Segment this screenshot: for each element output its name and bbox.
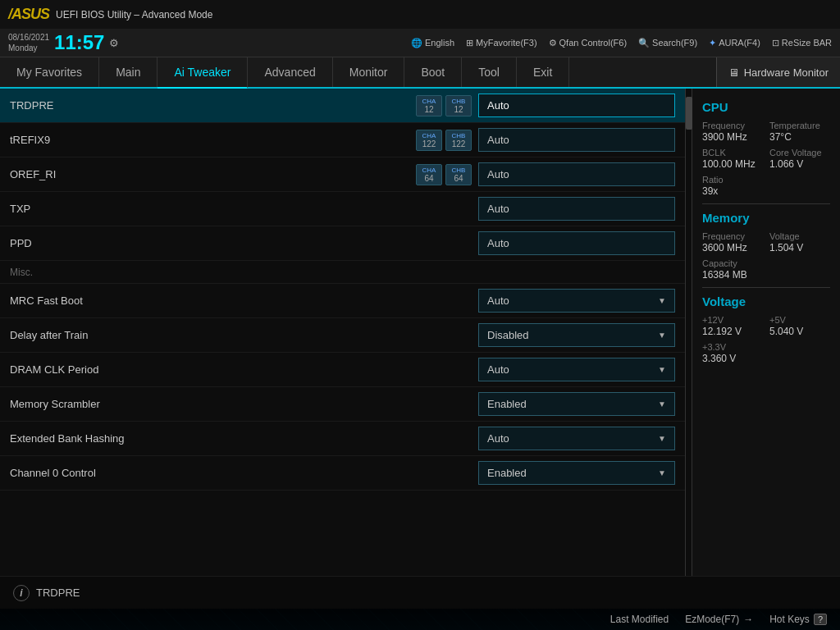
extended-bank-hashing-label: Extended Bank Hashing — [10, 432, 478, 445]
mem-voltage-block: Voltage 1.504 V — [769, 231, 830, 253]
trefix9-value[interactable]: Auto — [478, 128, 675, 152]
scrollbar[interactable] — [686, 89, 692, 576]
ppd-value[interactable]: Auto — [478, 231, 675, 255]
v12-block: +12V 12.192 V — [702, 315, 763, 337]
resize-toolbar-item[interactable]: ⊡ ReSize BAR — [772, 38, 832, 48]
setting-row-extended-bank-hashing[interactable]: Extended Bank Hashing Auto ▼ — [0, 422, 685, 456]
cpu-frequency-block: Frequency 3900 MHz — [702, 121, 763, 143]
dropdown-arrow-icon6: ▼ — [658, 468, 666, 477]
setting-row-txp[interactable]: TXP Auto — [0, 192, 685, 226]
monitor-icon: 🖥 — [728, 66, 739, 79]
cpu-core-voltage-block: Core Voltage 1.066 V — [769, 148, 830, 170]
ez-mode-btn[interactable]: EzMode(F7) → — [685, 614, 753, 625]
ppd-label: PPD — [10, 237, 478, 249]
txp-value[interactable]: Auto — [478, 197, 675, 221]
memory-divider — [702, 287, 830, 288]
mem-freq-block: Frequency 3600 MHz — [702, 231, 763, 253]
tab-my-favorites[interactable]: My Favorites — [0, 57, 99, 87]
tab-advanced[interactable]: Advanced — [248, 57, 332, 87]
v33-label: +3.3V — [702, 342, 830, 352]
trdpre-value[interactable]: Auto — [478, 94, 675, 117]
tab-ai-tweaker[interactable]: Ai Tweaker — [158, 57, 248, 89]
delay-after-train-select[interactable]: Disabled ▼ — [478, 323, 675, 347]
cpu-temp-label: Temperature — [769, 121, 830, 130]
logo-area: /ASUS UEFI BIOS Utility – Advanced Mode — [0, 6, 221, 23]
channel-0-control-label: Channel 0 Control — [10, 467, 478, 479]
setting-row-mrc-fast-boot[interactable]: MRC Fast Boot Auto ▼ — [0, 284, 685, 318]
oref-ri-value[interactable]: Auto — [478, 162, 675, 186]
oref-ri-chb-badge: CHB 64 — [445, 164, 472, 185]
trefix9-cha-badge: CHA 122 — [416, 130, 442, 151]
tab-monitor[interactable]: Monitor — [333, 57, 405, 87]
channel-0-control-select[interactable]: Enabled ▼ — [478, 461, 675, 485]
mrc-fast-boot-select[interactable]: Auto ▼ — [478, 289, 675, 313]
globe-icon: 🌐 — [411, 38, 422, 48]
cpu-bclk-label: BCLK — [702, 148, 763, 158]
search-toolbar-item[interactable]: 🔍 Search(F9) — [638, 38, 697, 48]
setting-row-trdpre[interactable]: TRDPRE CHA 12 CHB 12 Auto — [0, 89, 685, 123]
oref-ri-label: OREF_RI — [10, 168, 416, 180]
cpu-freq-label: Frequency — [702, 121, 763, 130]
tab-tool[interactable]: Tool — [462, 57, 517, 87]
cpu-temp-block: Temperature 37°C — [769, 121, 830, 143]
dropdown-arrow-icon: ▼ — [658, 296, 666, 305]
setting-row-ppd[interactable]: PPD Auto — [0, 226, 685, 261]
v33-value: 3.360 V — [702, 353, 830, 364]
cpu-core-voltage-label: Core Voltage — [769, 148, 830, 158]
aura-toolbar-item[interactable]: ✦ AURA(F4) — [709, 38, 760, 48]
cpu-bclk-value: 100.00 MHz — [702, 158, 763, 170]
mem-capacity-label: Capacity — [702, 258, 830, 268]
mem-voltage-value: 1.504 V — [769, 242, 830, 253]
dram-clk-period-select[interactable]: Auto ▼ — [478, 358, 675, 381]
setting-row-dram-clk-period[interactable]: DRAM CLK Period Auto ▼ — [0, 353, 685, 387]
tab-main[interactable]: Main — [99, 57, 158, 87]
v33-block: +3.3V 3.360 V — [702, 342, 830, 364]
setting-row-memory-scrambler[interactable]: Memory Scrambler Enabled ▼ — [0, 387, 685, 422]
dram-clk-period-label: DRAM CLK Period — [10, 363, 478, 376]
trefix9-badges: CHA 122 CHB 122 — [416, 130, 472, 151]
setting-row-oref-ri[interactable]: OREF_RI CHA 64 CHB 64 Auto — [0, 158, 685, 192]
aura-icon: ✦ — [709, 38, 716, 48]
tab-boot[interactable]: Boot — [404, 57, 462, 87]
cpu-freq-value: 3900 MHz — [702, 131, 763, 143]
day-display: Monday — [8, 43, 49, 53]
mem-freq-value: 3600 MHz — [702, 242, 763, 253]
date-display: 08/16/2021 — [8, 32, 49, 43]
bios-title: UEFI BIOS Utility – Advanced Mode — [56, 9, 212, 21]
hw-monitor-tab: 🖥 Hardware Monitor — [716, 57, 840, 87]
cpu-ratio-block: Ratio 39x — [702, 175, 830, 197]
dropdown-arrow-icon5: ▼ — [658, 434, 666, 443]
ez-mode-arrow-icon: → — [743, 614, 753, 625]
memory-scrambler-label: Memory Scrambler — [10, 398, 478, 410]
scroll-thumb[interactable] — [686, 97, 692, 130]
nav-tabs: My Favorites Main Ai Tweaker Advanced Mo… — [0, 57, 840, 89]
dropdown-arrow-icon2: ▼ — [658, 331, 666, 340]
cpu-ratio-label: Ratio — [702, 175, 830, 185]
memory-scrambler-select[interactable]: Enabled ▼ — [478, 392, 675, 416]
v12-label: +12V — [702, 315, 763, 325]
trdpre-cha-badge: CHA 12 — [416, 95, 442, 116]
myfavorite-toolbar-item[interactable]: ⊞ MyFavorite(F3) — [466, 38, 537, 48]
oref-ri-cha-badge: CHA 64 — [416, 164, 442, 185]
cpu-freq-temp: Frequency 3900 MHz Temperature 37°C — [702, 121, 830, 143]
setting-row-channel-0-control[interactable]: Channel 0 Control Enabled ▼ — [0, 456, 685, 491]
last-modified-btn[interactable]: Last Modified — [610, 614, 669, 625]
setting-row-trefix9[interactable]: tREFIX9 CHA 122 CHB 122 Auto — [0, 123, 685, 158]
voltage-section-title: Voltage — [702, 294, 830, 308]
language-toolbar-item[interactable]: 🌐 English — [411, 38, 454, 48]
asus-logo: /ASUS — [8, 6, 49, 23]
v5-label: +5V — [769, 315, 830, 325]
setting-row-delay-after-train[interactable]: Delay after Train Disabled ▼ — [0, 318, 685, 353]
trdpre-badges: CHA 12 CHB 12 — [416, 95, 472, 116]
cpu-divider — [702, 203, 830, 204]
settings-gear-icon[interactable]: ⚙ — [109, 37, 119, 49]
trdpre-chb-badge: CHB 12 — [445, 95, 472, 116]
hot-keys-btn[interactable]: Hot Keys ? — [769, 614, 827, 625]
tab-exit[interactable]: Exit — [517, 57, 569, 87]
cpu-bclk-voltage: BCLK 100.00 MHz Core Voltage 1.066 V — [702, 148, 830, 170]
dropdown-arrow-icon4: ▼ — [658, 399, 666, 409]
info-bar: i TRDPRE — [0, 576, 840, 609]
fan-icon: ⚙ — [549, 38, 557, 48]
qfan-toolbar-item[interactable]: ⚙ Qfan Control(F6) — [549, 38, 628, 48]
extended-bank-hashing-select[interactable]: Auto ▼ — [478, 427, 675, 450]
